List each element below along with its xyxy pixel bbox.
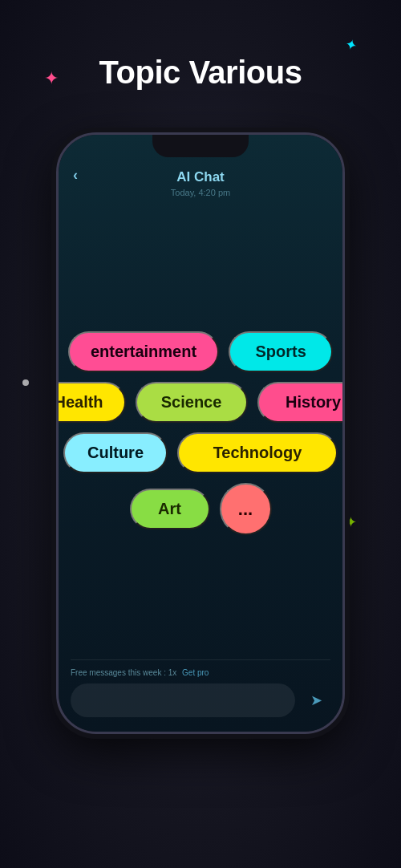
chat-subtitle: Today, 4:20 pm (59, 188, 342, 197)
phone-mockup: ‹ AI Chat Today, 4:20 pm entertainment S… (56, 132, 345, 734)
topics-row-3: Culture Technology (63, 432, 338, 473)
chat-input-field[interactable] (71, 683, 295, 717)
topic-technology[interactable]: Technology (177, 432, 338, 473)
chat-footer: Free messages this week : 1x Get pro ➤ (59, 660, 342, 732)
decorative-dot (22, 379, 29, 386)
topics-row-4: Art ... (130, 483, 272, 535)
topics-container: entertainment Sports Health Science Hist… (71, 331, 330, 535)
back-button[interactable]: ‹ (73, 167, 78, 184)
topics-row-2: Health Science History (59, 382, 342, 423)
phone-notch (152, 135, 249, 157)
topic-science[interactable]: Science (136, 382, 248, 423)
get-pro-link[interactable]: Get pro (182, 668, 209, 677)
topic-entertainment[interactable]: entertainment (68, 331, 219, 372)
topic-art[interactable]: Art (130, 489, 210, 529)
sparkle-green-icon: ✦ (345, 513, 357, 531)
topic-sports[interactable]: Sports (229, 331, 333, 372)
send-button[interactable]: ➤ (302, 686, 330, 715)
topics-row-1: entertainment Sports (68, 331, 333, 372)
chat-input-row: ➤ (71, 683, 330, 717)
chat-title: AI Chat (59, 169, 342, 185)
topic-more[interactable]: ... (220, 483, 272, 535)
free-messages-text: Free messages this week : 1x Get pro (71, 668, 330, 677)
topic-health[interactable]: Health (59, 382, 126, 423)
chat-body: entertainment Sports Health Science Hist… (59, 207, 342, 659)
topic-history[interactable]: History (257, 382, 342, 423)
phone-screen: ‹ AI Chat Today, 4:20 pm entertainment S… (59, 135, 342, 732)
sparkle-cyan-icon: ✦ (342, 34, 358, 55)
page-title: Topic Various (99, 55, 302, 91)
sparkle-pink-icon: ✦ (44, 68, 59, 89)
topic-culture[interactable]: Culture (63, 432, 168, 473)
